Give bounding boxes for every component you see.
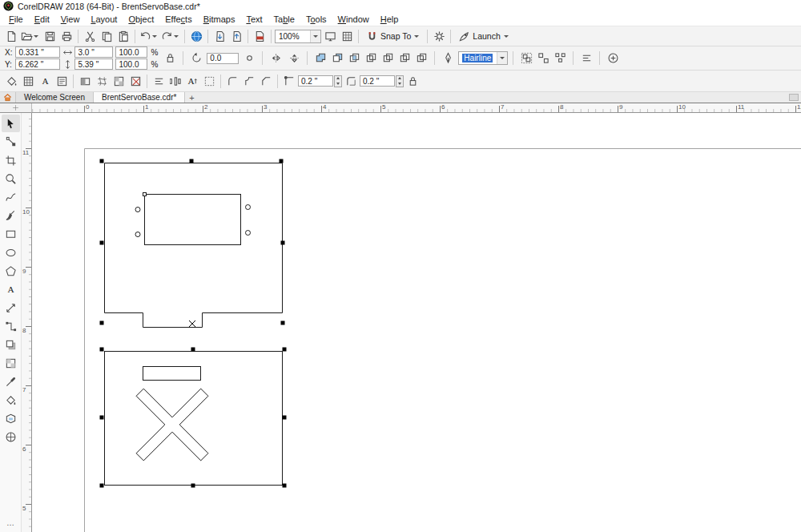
node-indicator[interactable] [143, 193, 147, 196]
rotation-button[interactable] [188, 50, 204, 66]
redo-button[interactable] [160, 28, 181, 44]
no-fill-button[interactable] [127, 73, 143, 89]
new-document-button[interactable] [3, 28, 19, 44]
object-height-field[interactable]: 5.39 " [74, 58, 113, 70]
parallel-dimension-tool[interactable] [2, 299, 20, 316]
align-distribute-button[interactable] [578, 50, 594, 66]
save-button[interactable] [42, 28, 58, 44]
color-eyedropper-tool[interactable] [2, 373, 20, 390]
selection-handle[interactable] [191, 348, 195, 352]
scale-y-field[interactable]: 100.0 [115, 58, 147, 70]
scallop-corner-button[interactable] [241, 73, 257, 89]
ellipse-tool[interactable] [2, 244, 20, 261]
zoom-tool[interactable] [2, 170, 20, 187]
y-position-field[interactable]: 6.262 " [15, 58, 60, 70]
pattern-fill-button[interactable] [111, 73, 127, 89]
tab-bar-end-button[interactable] [789, 94, 799, 101]
welcome-home-button[interactable] [0, 92, 16, 103]
menu-text[interactable]: Text [240, 14, 268, 25]
print-button[interactable] [58, 28, 74, 44]
lock-corner-button[interactable] [405, 73, 421, 89]
smart-fill-tool[interactable] [2, 409, 20, 427]
launch-dropdown[interactable]: Launch [454, 28, 513, 44]
transparency-tool[interactable] [2, 354, 20, 372]
ungroup-objects-button[interactable] [535, 50, 551, 66]
front-minus-back-button[interactable] [380, 50, 396, 66]
trim-button[interactable] [329, 50, 345, 66]
degree-button[interactable] [241, 50, 257, 66]
selection-handle[interactable] [100, 321, 104, 325]
slot-rectangle[interactable] [143, 367, 201, 381]
mounting-hole[interactable] [246, 231, 251, 236]
menu-edit[interactable]: Edit [29, 14, 55, 25]
interactive-fill-tool[interactable] [2, 428, 20, 445]
selection-handle[interactable] [190, 159, 194, 163]
weld-button[interactable] [312, 50, 328, 66]
upper-plate-cutout[interactable] [145, 195, 241, 245]
x-position-field[interactable]: 0.331 " [15, 46, 60, 58]
design-upper-plate[interactable] [105, 163, 283, 328]
show-grid-button[interactable] [339, 28, 355, 44]
design-lower-plate[interactable] [105, 352, 283, 486]
options-gear-button[interactable] [431, 28, 447, 44]
copy-button[interactable] [99, 28, 115, 44]
menu-tools[interactable]: Tools [300, 14, 332, 25]
publish-pdf-button[interactable] [252, 28, 268, 44]
fill-tool[interactable] [2, 391, 20, 409]
selection-handle[interactable] [281, 321, 285, 325]
corner-radius-2-field[interactable]: 0.2 " [360, 75, 395, 87]
edit-fill-button[interactable] [3, 73, 19, 89]
intersect-button[interactable] [346, 50, 362, 66]
mounting-hole[interactable] [246, 205, 251, 210]
selection-handle[interactable] [280, 159, 284, 163]
selection-center-marker[interactable] [189, 320, 195, 327]
menu-window[interactable]: Window [332, 14, 375, 25]
crop-tool[interactable] [2, 151, 20, 169]
menu-file[interactable]: File [3, 14, 29, 25]
font-size-button[interactable]: A [184, 73, 200, 89]
rectangle-tool[interactable] [2, 225, 20, 243]
paste-button[interactable] [115, 28, 131, 44]
freehand-tool[interactable] [2, 188, 20, 206]
distribute-objects-button[interactable] [167, 73, 183, 89]
cut-button[interactable] [82, 28, 98, 44]
object-width-field[interactable]: 3.0 " [74, 46, 113, 58]
selection-handle[interactable] [100, 159, 104, 163]
align-objects-button[interactable] [151, 73, 167, 89]
mirror-horizontal-button[interactable] [268, 50, 284, 66]
text-frame-button[interactable] [54, 73, 70, 89]
drop-shadow-tool[interactable] [2, 336, 20, 353]
full-screen-preview-button[interactable] [322, 28, 338, 44]
document-grid-button[interactable] [20, 73, 36, 89]
corner-radius-1-spinner[interactable] [334, 75, 342, 87]
mesh-fill-button[interactable] [94, 73, 110, 89]
undo-button[interactable] [139, 28, 159, 44]
toolbox-overflow-button[interactable]: … [6, 518, 14, 527]
menu-bitmaps[interactable]: Bitmaps [198, 14, 241, 25]
simplify-button[interactable] [363, 50, 379, 66]
selection-handle[interactable] [283, 416, 287, 420]
ungroup-all-button[interactable] [552, 50, 568, 66]
rotation-angle-field[interactable]: 0.0 [207, 53, 239, 64]
horizontal-ruler[interactable]: 0123456789101112 [32, 103, 801, 113]
outline-pen-button[interactable] [440, 50, 456, 66]
selection-handle[interactable] [100, 241, 104, 245]
create-boundary-button[interactable] [413, 50, 429, 66]
mounting-hole[interactable] [135, 208, 140, 212]
drawing-canvas[interactable] [32, 113, 801, 532]
character-formatting-button[interactable]: A [37, 73, 53, 89]
selection-handle[interactable] [100, 416, 104, 420]
ruler-origin-button[interactable] [0, 103, 32, 113]
back-minus-front-button[interactable] [396, 50, 413, 66]
open-dropdown-arrow[interactable] [33, 29, 39, 43]
snap-to-dropdown[interactable]: Snap To [362, 28, 424, 44]
quick-customize-button[interactable] [605, 50, 621, 66]
group-objects-button[interactable] [518, 50, 534, 66]
zoom-level-dropdown-arrow[interactable] [310, 30, 320, 42]
new-tab-button[interactable]: + [185, 92, 198, 103]
selection-handle[interactable] [100, 348, 104, 352]
connector-tool[interactable] [2, 317, 20, 335]
menu-view[interactable]: View [55, 14, 86, 25]
bounding-box-button[interactable] [201, 73, 217, 89]
relative-corner-button[interactable] [281, 73, 297, 89]
